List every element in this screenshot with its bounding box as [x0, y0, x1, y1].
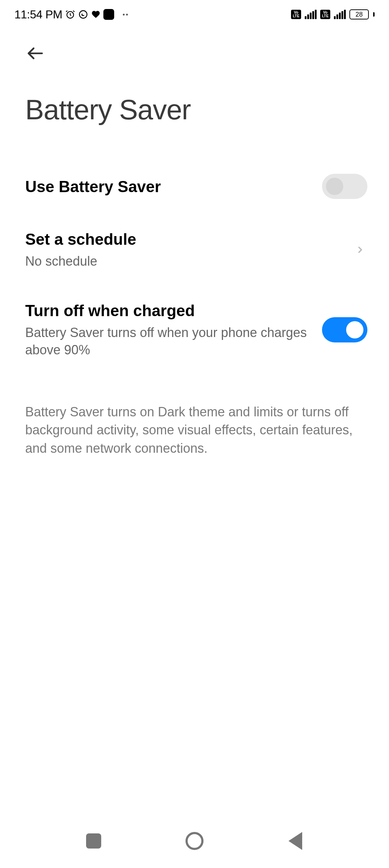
setting-title: Use Battery Saver	[25, 177, 308, 196]
signal-icon-1	[305, 10, 317, 19]
battery-tip	[373, 12, 375, 17]
more-notifications-icon	[123, 14, 128, 15]
setting-set-schedule[interactable]: Set a schedule No schedule	[25, 214, 371, 285]
battery-icon: 28	[349, 9, 369, 19]
status-left: 11:54 PM	[14, 8, 128, 21]
volte-icon-1: VoLTE	[291, 10, 301, 19]
recent-icon	[86, 833, 101, 849]
app-icon	[103, 9, 114, 20]
setting-use-battery-saver[interactable]: Use Battery Saver	[25, 159, 371, 214]
setting-title: Turn off when charged	[25, 301, 308, 320]
nav-home-button[interactable]	[184, 830, 205, 852]
nav-back-button[interactable]	[285, 830, 306, 852]
signal-icon-2	[334, 10, 346, 19]
back-button[interactable]	[25, 43, 371, 68]
whatsapp-icon	[78, 9, 88, 19]
battery-level: 28	[356, 11, 363, 18]
nav-recent-button[interactable]	[83, 830, 104, 852]
navigation-bar	[0, 814, 389, 868]
volte-icon-2: VoLTE	[320, 10, 330, 19]
toolbar	[0, 29, 389, 68]
setting-subtitle: Battery Saver turns off when your phone …	[25, 324, 308, 359]
status-time: 11:54 PM	[14, 8, 62, 21]
info-text: Battery Saver turns on Dark theme and li…	[0, 374, 389, 457]
alarm-icon	[65, 9, 75, 19]
settings-list: Use Battery Saver Set a schedule No sche…	[0, 148, 389, 374]
chevron-right-icon	[353, 242, 367, 258]
back-icon	[289, 832, 302, 850]
setting-text: Use Battery Saver	[25, 177, 322, 196]
svg-point-1	[79, 11, 87, 18]
setting-turn-off-when-charged[interactable]: Turn off when charged Battery Saver turn…	[25, 285, 371, 374]
heart-icon	[91, 10, 100, 19]
status-right: VoLTE VoLTE 28	[291, 9, 375, 19]
setting-text: Turn off when charged Battery Saver turn…	[25, 301, 322, 359]
toggle-turn-off-when-charged[interactable]	[322, 317, 367, 342]
home-icon	[185, 832, 204, 850]
page-title: Battery Saver	[0, 68, 389, 148]
status-bar: 11:54 PM VoLTE VoLTE 28	[0, 0, 389, 29]
toggle-knob	[346, 321, 363, 338]
setting-title: Set a schedule	[25, 229, 339, 249]
setting-text: Set a schedule No schedule	[25, 229, 353, 270]
toggle-knob	[326, 178, 343, 195]
setting-subtitle: No schedule	[25, 253, 339, 270]
toggle-use-battery-saver[interactable]	[322, 174, 367, 199]
